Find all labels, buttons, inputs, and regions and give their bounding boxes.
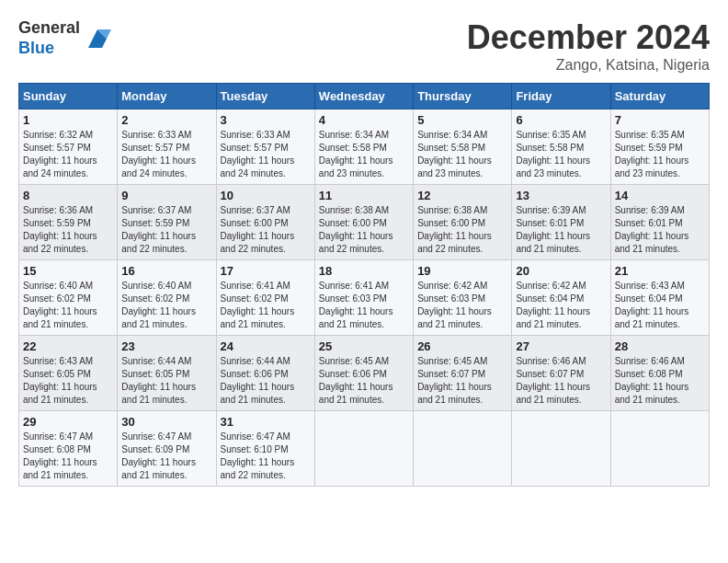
- calendar-cell: 13Sunrise: 6:39 AM Sunset: 6:01 PM Dayli…: [512, 185, 610, 260]
- calendar-cell: [314, 411, 413, 487]
- calendar-cell: 29Sunrise: 6:47 AM Sunset: 6:08 PM Dayli…: [19, 411, 118, 487]
- day-number: 28: [615, 339, 705, 353]
- day-info: Sunrise: 6:43 AM Sunset: 6:04 PM Dayligh…: [615, 280, 705, 331]
- day-number: 21: [615, 264, 705, 278]
- day-info: Sunrise: 6:43 AM Sunset: 6:05 PM Dayligh…: [23, 355, 113, 407]
- day-number: 9: [121, 189, 211, 202]
- day-info: Sunrise: 6:44 AM Sunset: 6:05 PM Dayligh…: [121, 355, 211, 407]
- day-number: 10: [221, 189, 311, 202]
- calendar-cell: 26Sunrise: 6:45 AM Sunset: 6:07 PM Dayli…: [414, 336, 512, 411]
- calendar-cell: 31Sunrise: 6:47 AM Sunset: 6:10 PM Dayli…: [216, 411, 314, 487]
- calendar-cell: 23Sunrise: 6:44 AM Sunset: 6:05 PM Dayli…: [118, 336, 216, 411]
- day-number: 17: [221, 264, 311, 278]
- day-of-week-header: Wednesday: [314, 84, 413, 109]
- calendar-cell: 4Sunrise: 6:34 AM Sunset: 5:58 PM Daylig…: [314, 109, 413, 185]
- day-info: Sunrise: 6:45 AM Sunset: 6:06 PM Dayligh…: [319, 355, 409, 407]
- day-info: Sunrise: 6:35 AM Sunset: 5:59 PM Dayligh…: [615, 129, 705, 180]
- day-number: 30: [121, 415, 211, 429]
- calendar-week-row: 1Sunrise: 6:32 AM Sunset: 5:57 PM Daylig…: [19, 109, 710, 185]
- day-number: 31: [221, 415, 311, 429]
- logo-blue-text: Blue: [18, 39, 80, 59]
- day-info: Sunrise: 6:38 AM Sunset: 6:00 PM Dayligh…: [319, 204, 409, 256]
- calendar-header: SundayMondayTuesdayWednesdayThursdayFrid…: [19, 84, 710, 109]
- day-number: 2: [121, 113, 211, 127]
- day-number: 7: [615, 113, 705, 127]
- calendar-cell: 2Sunrise: 6:33 AM Sunset: 5:57 PM Daylig…: [118, 109, 216, 185]
- day-info: Sunrise: 6:41 AM Sunset: 6:03 PM Dayligh…: [319, 280, 409, 331]
- calendar-cell: 8Sunrise: 6:36 AM Sunset: 5:59 PM Daylig…: [19, 185, 118, 260]
- calendar-cell: 12Sunrise: 6:38 AM Sunset: 6:00 PM Dayli…: [414, 185, 512, 260]
- day-info: Sunrise: 6:34 AM Sunset: 5:58 PM Dayligh…: [319, 129, 409, 180]
- title-section: December 2024 Zango, Katsina, Nigeria: [467, 18, 710, 74]
- day-of-week-header: Monday: [118, 84, 216, 109]
- calendar-cell: 6Sunrise: 6:35 AM Sunset: 5:58 PM Daylig…: [512, 109, 610, 185]
- day-info: Sunrise: 6:39 AM Sunset: 6:01 PM Dayligh…: [516, 204, 606, 256]
- day-info: Sunrise: 6:40 AM Sunset: 6:02 PM Dayligh…: [121, 280, 211, 331]
- calendar-cell: 27Sunrise: 6:46 AM Sunset: 6:07 PM Dayli…: [512, 336, 610, 411]
- calendar-cell: [610, 411, 709, 487]
- calendar-cell: 9Sunrise: 6:37 AM Sunset: 5:59 PM Daylig…: [118, 185, 216, 260]
- day-info: Sunrise: 6:35 AM Sunset: 5:58 PM Dayligh…: [516, 129, 606, 180]
- day-number: 16: [121, 264, 211, 278]
- calendar-cell: 1Sunrise: 6:32 AM Sunset: 5:57 PM Daylig…: [19, 109, 118, 185]
- calendar-cell: 14Sunrise: 6:39 AM Sunset: 6:01 PM Dayli…: [610, 185, 709, 260]
- calendar-cell: 28Sunrise: 6:46 AM Sunset: 6:08 PM Dayli…: [610, 336, 709, 411]
- calendar-cell: 10Sunrise: 6:37 AM Sunset: 6:00 PM Dayli…: [216, 185, 314, 260]
- main-title: December 2024: [467, 18, 710, 57]
- calendar-cell: 3Sunrise: 6:33 AM Sunset: 5:57 PM Daylig…: [216, 109, 314, 185]
- day-number: 15: [23, 264, 113, 278]
- calendar-body: 1Sunrise: 6:32 AM Sunset: 5:57 PM Daylig…: [19, 109, 710, 487]
- day-number: 3: [221, 113, 311, 127]
- day-info: Sunrise: 6:47 AM Sunset: 6:09 PM Dayligh…: [121, 431, 211, 482]
- day-info: Sunrise: 6:41 AM Sunset: 6:02 PM Dayligh…: [221, 280, 311, 331]
- day-info: Sunrise: 6:37 AM Sunset: 5:59 PM Dayligh…: [121, 204, 211, 256]
- day-number: 11: [319, 189, 409, 202]
- day-info: Sunrise: 6:46 AM Sunset: 6:07 PM Dayligh…: [516, 355, 606, 407]
- day-info: Sunrise: 6:33 AM Sunset: 5:57 PM Dayligh…: [121, 129, 211, 180]
- calendar-cell: 25Sunrise: 6:45 AM Sunset: 6:06 PM Dayli…: [314, 336, 413, 411]
- day-number: 1: [23, 113, 113, 127]
- day-number: 8: [23, 189, 113, 202]
- day-info: Sunrise: 6:46 AM Sunset: 6:08 PM Dayligh…: [615, 355, 705, 407]
- day-number: 26: [417, 339, 507, 353]
- calendar-week-row: 29Sunrise: 6:47 AM Sunset: 6:08 PM Dayli…: [19, 411, 710, 487]
- logo-icon: [84, 25, 111, 52]
- day-info: Sunrise: 6:39 AM Sunset: 6:01 PM Dayligh…: [615, 204, 705, 256]
- calendar-week-row: 8Sunrise: 6:36 AM Sunset: 5:59 PM Daylig…: [19, 185, 710, 260]
- day-of-week-header: Thursday: [414, 84, 512, 109]
- calendar-week-row: 22Sunrise: 6:43 AM Sunset: 6:05 PM Dayli…: [19, 336, 710, 411]
- subtitle: Zango, Katsina, Nigeria: [467, 57, 710, 74]
- calendar-week-row: 15Sunrise: 6:40 AM Sunset: 6:02 PM Dayli…: [19, 260, 710, 336]
- day-info: Sunrise: 6:44 AM Sunset: 6:06 PM Dayligh…: [221, 355, 311, 407]
- day-number: 22: [23, 339, 113, 353]
- calendar-cell: [512, 411, 610, 487]
- day-number: 13: [516, 189, 606, 202]
- day-info: Sunrise: 6:33 AM Sunset: 5:57 PM Dayligh…: [221, 129, 311, 180]
- day-number: 4: [319, 113, 409, 127]
- calendar-cell: 21Sunrise: 6:43 AM Sunset: 6:04 PM Dayli…: [610, 260, 709, 336]
- day-number: 25: [319, 339, 409, 353]
- day-info: Sunrise: 6:34 AM Sunset: 5:58 PM Dayligh…: [417, 129, 507, 180]
- calendar-cell: 7Sunrise: 6:35 AM Sunset: 5:59 PM Daylig…: [610, 109, 709, 185]
- calendar-cell: 20Sunrise: 6:42 AM Sunset: 6:04 PM Dayli…: [512, 260, 610, 336]
- calendar-cell: 17Sunrise: 6:41 AM Sunset: 6:02 PM Dayli…: [216, 260, 314, 336]
- day-number: 20: [516, 264, 606, 278]
- day-number: 14: [615, 189, 705, 202]
- day-number: 18: [319, 264, 409, 278]
- day-number: 5: [417, 113, 507, 127]
- calendar-cell: [414, 411, 512, 487]
- day-of-week-header: Sunday: [19, 84, 118, 109]
- day-info: Sunrise: 6:45 AM Sunset: 6:07 PM Dayligh…: [417, 355, 507, 407]
- day-number: 6: [516, 113, 606, 127]
- day-info: Sunrise: 6:47 AM Sunset: 6:08 PM Dayligh…: [23, 431, 113, 482]
- page-header: General Blue December 2024 Zango, Katsin…: [18, 18, 710, 74]
- day-number: 19: [417, 264, 507, 278]
- calendar-cell: 24Sunrise: 6:44 AM Sunset: 6:06 PM Dayli…: [216, 336, 314, 411]
- day-number: 12: [417, 189, 507, 202]
- calendar-cell: 18Sunrise: 6:41 AM Sunset: 6:03 PM Dayli…: [314, 260, 413, 336]
- day-info: Sunrise: 6:32 AM Sunset: 5:57 PM Dayligh…: [23, 129, 113, 180]
- day-number: 29: [23, 415, 113, 429]
- calendar-cell: 16Sunrise: 6:40 AM Sunset: 6:02 PM Dayli…: [118, 260, 216, 336]
- day-info: Sunrise: 6:36 AM Sunset: 5:59 PM Dayligh…: [23, 204, 113, 256]
- calendar-cell: 22Sunrise: 6:43 AM Sunset: 6:05 PM Dayli…: [19, 336, 118, 411]
